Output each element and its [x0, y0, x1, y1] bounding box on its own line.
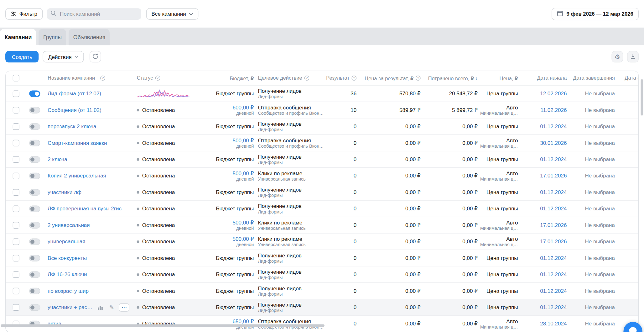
sort-desc-icon[interactable]: ↓	[475, 75, 478, 81]
campaign-name-link[interactable]: участники + рас…	[48, 304, 92, 310]
column-header-created-date[interactable]: Дата создания	[616, 71, 639, 85]
budget-value[interactable]: Бюджет группы	[216, 255, 254, 261]
campaign-toggle[interactable]	[29, 90, 40, 97]
budget-value[interactable]: Бюджет группы	[216, 288, 254, 294]
tab-groups[interactable]: Группы	[39, 29, 66, 45]
table-row[interactable]: Сообщения (от 11.02) ✎ ⋯ Остановлена	[6, 102, 638, 118]
campaign-scope-select[interactable]: Все кампании	[146, 8, 198, 20]
row-checkbox[interactable]	[13, 287, 19, 294]
budget-value[interactable]: 500,00 ₽	[233, 219, 254, 226]
date-range-picker[interactable]: 9 фев 2026 — 12 мар 2026	[552, 8, 639, 20]
refresh-button[interactable]	[90, 51, 101, 63]
row-checkbox[interactable]	[13, 90, 19, 97]
campaign-name-link[interactable]: участники лф	[48, 189, 81, 195]
column-header-name[interactable]: Название кампании?	[45, 71, 135, 85]
start-date-link[interactable]: 11.02.2026	[540, 107, 567, 113]
table-row[interactable]: актив ✎ ⋯ Остановлена	[6, 316, 638, 332]
help-icon[interactable]: ?	[416, 76, 421, 81]
budget-value[interactable]: Бюджет группы	[216, 156, 254, 162]
column-header-budget[interactable]: Бюджет, ₽	[211, 71, 256, 85]
campaign-name-link[interactable]: универсальная	[48, 239, 85, 245]
budget-value[interactable]: 650,00 ₽	[233, 318, 254, 324]
vertical-scrollbar-thumb[interactable]	[641, 79, 643, 115]
select-all-checkbox[interactable]	[13, 75, 19, 82]
column-header-status[interactable]: Статус?	[135, 71, 211, 85]
tab-ads[interactable]: Объявления	[69, 29, 110, 45]
start-date-link[interactable]: 01.12.2024	[540, 271, 567, 277]
budget-value[interactable]: 500,00 ₽	[233, 236, 254, 242]
column-header-target-action[interactable]: Целевое действие?	[256, 71, 335, 85]
start-date-link[interactable]: 12.02.2026	[540, 90, 567, 97]
row-checkbox[interactable]	[13, 123, 19, 130]
campaign-name-link[interactable]: по возрасту шир	[48, 288, 89, 294]
campaign-name-link[interactable]: Все конкуренты	[48, 255, 87, 261]
table-row[interactable]: по возрасту шир ✎ ⋯ Остановлена	[6, 283, 638, 299]
start-date-link[interactable]: 17.01.2026	[540, 239, 567, 245]
column-header-end-date[interactable]: Дата завершения	[569, 71, 616, 85]
campaign-toggle[interactable]	[29, 172, 40, 179]
row-checkbox[interactable]	[13, 189, 19, 196]
start-date-link[interactable]: 01.12.2024	[540, 156, 567, 162]
row-checkbox[interactable]	[13, 238, 19, 245]
campaign-toggle[interactable]	[29, 255, 40, 261]
table-row[interactable]: Лид-форма (от 12.02) ✎ ⋯	[6, 86, 638, 102]
budget-value[interactable]: Бюджет группы	[216, 189, 254, 195]
campaign-toggle[interactable]	[29, 140, 40, 146]
row-checkbox[interactable]	[13, 140, 19, 146]
table-row[interactable]: универсальная ✎ ⋯ Остановлена	[6, 234, 638, 250]
export-button[interactable]	[627, 51, 639, 63]
column-header-start-date[interactable]: Дата начала	[520, 71, 569, 85]
start-date-link[interactable]: 01.12.2024	[540, 189, 567, 195]
budget-value[interactable]: Бюджет группы	[216, 271, 254, 277]
campaign-name-link[interactable]: 2 универсальная	[48, 222, 90, 228]
start-date-link[interactable]: 17.01.2026	[540, 222, 567, 228]
filter-button[interactable]: Фильтр	[5, 8, 43, 20]
edit-icon[interactable]: ✎	[107, 303, 116, 311]
campaign-name-link[interactable]: Лид-форма (от 12.02)	[48, 90, 101, 97]
budget-value[interactable]: Бюджет группы	[216, 206, 254, 212]
table-row[interactable]: 2 универсальная ✎ ⋯ Остановлена	[6, 217, 638, 233]
start-date-link[interactable]: 01.12.2024	[540, 206, 567, 212]
budget-value[interactable]: 500,00 ₽	[233, 137, 254, 143]
row-checkbox[interactable]	[13, 172, 19, 179]
create-button[interactable]: Создать	[5, 51, 39, 63]
column-header-result[interactable]: Результат?	[334, 71, 358, 85]
table-row[interactable]: Копия 2 универсальная ✎ ⋯ Остановлена	[6, 168, 638, 184]
row-checkbox[interactable]	[13, 222, 19, 228]
campaign-name-link[interactable]: Сообщения (от 11.02)	[48, 107, 101, 113]
horizontal-scrollbar-thumb[interactable]	[1, 324, 325, 327]
campaign-toggle[interactable]	[29, 189, 40, 196]
campaign-toggle[interactable]	[29, 205, 40, 212]
start-date-link[interactable]: 17.01.2026	[540, 173, 567, 179]
campaign-name-link[interactable]: перезапуск 2 ключа	[48, 123, 96, 129]
row-checkbox[interactable]	[13, 107, 19, 113]
table-row[interactable]: участники + рас… ✎ ⋯ Остановлена	[6, 299, 638, 316]
campaign-name-link[interactable]: ЛФ проверенная на вузы 2гис	[48, 206, 122, 212]
start-date-link[interactable]: 01.12.2024	[540, 255, 567, 261]
row-checkbox[interactable]	[13, 156, 19, 163]
tab-campaigns[interactable]: Кампании	[0, 29, 36, 45]
table-row[interactable]: перезапуск 2 ключа ✎ ⋯ Остановлена	[6, 119, 638, 135]
campaign-toggle[interactable]	[29, 304, 40, 311]
table-row[interactable]: ЛФ 16-26 ключи ✎ ⋯ Остановлена	[6, 266, 638, 283]
row-checkbox[interactable]	[13, 304, 19, 311]
help-icon[interactable]: ?	[100, 76, 105, 81]
table-row[interactable]: Смарт-кампания заявки ✎ ⋯ Остановлена	[6, 135, 638, 151]
statistics-icon[interactable]	[96, 303, 105, 311]
row-checkbox[interactable]	[13, 205, 19, 212]
start-date-link[interactable]: 01.12.2024	[540, 288, 567, 294]
help-icon[interactable]: ?	[304, 76, 309, 81]
table-row[interactable]: Все конкуренты ✎ ⋯ Остановлена	[6, 250, 638, 266]
start-date-link[interactable]: 01.12.2024	[540, 123, 567, 129]
campaign-name-link[interactable]: ЛФ 16-26 ключи	[48, 271, 87, 277]
campaign-toggle[interactable]	[29, 287, 40, 294]
row-checkbox[interactable]	[13, 255, 19, 261]
campaign-name-link[interactable]: Копия 2 универсальная	[48, 173, 106, 179]
campaign-toggle[interactable]	[29, 238, 40, 245]
search-input[interactable]	[59, 10, 137, 17]
budget-value[interactable]: 600,00 ₽	[233, 104, 254, 110]
table-row[interactable]: ЛФ проверенная на вузы 2гис ✎ ⋯ Остановл…	[6, 201, 638, 217]
budget-value[interactable]: Бюджет группы	[216, 123, 254, 129]
start-date-link[interactable]: 01.12.2024	[540, 304, 567, 310]
settings-button[interactable]: ⚙	[611, 51, 623, 63]
